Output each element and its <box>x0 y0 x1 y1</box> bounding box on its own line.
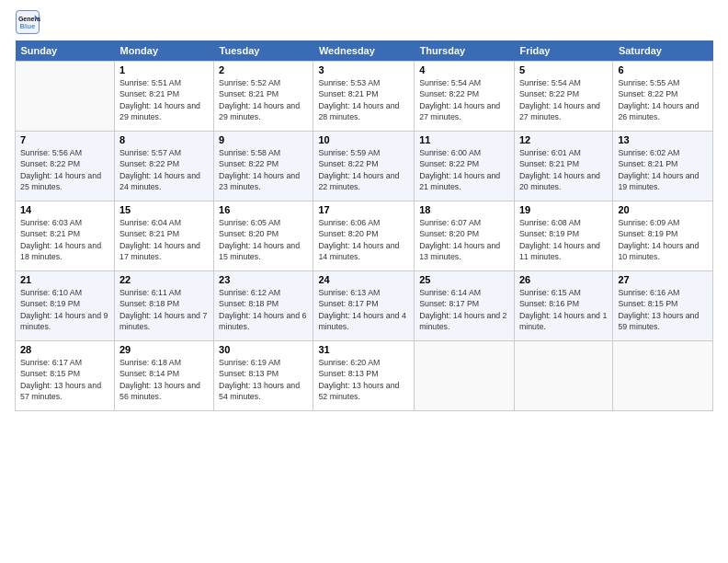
calendar-cell: 8Sunrise: 5:57 AMSunset: 8:22 PMDaylight… <box>114 132 213 201</box>
day-info: Sunrise: 6:15 AMSunset: 8:16 PMDaylight:… <box>519 287 608 332</box>
day-info: Sunrise: 6:04 AMSunset: 8:21 PMDaylight:… <box>119 217 209 262</box>
day-info: Sunrise: 6:08 AMSunset: 8:19 PMDaylight:… <box>519 217 608 262</box>
day-number: 10 <box>318 134 409 145</box>
calendar-week-row: 14Sunrise: 6:03 AMSunset: 8:21 PMDayligh… <box>16 201 713 271</box>
day-number: 22 <box>119 274 209 285</box>
day-number: 29 <box>119 344 209 355</box>
day-number: 19 <box>519 204 608 215</box>
calendar-cell: 15Sunrise: 6:04 AMSunset: 8:21 PMDayligh… <box>114 201 213 271</box>
calendar-cell <box>613 341 713 411</box>
day-info: Sunrise: 6:02 AMSunset: 8:21 PMDaylight:… <box>618 147 708 192</box>
calendar-cell: 10Sunrise: 5:59 AMSunset: 8:22 PMDayligh… <box>313 132 415 201</box>
calendar-cell <box>514 341 612 411</box>
day-info: Sunrise: 6:05 AMSunset: 8:20 PMDaylight:… <box>219 217 308 262</box>
day-number: 16 <box>219 204 308 215</box>
calendar-cell: 31Sunrise: 6:20 AMSunset: 8:13 PMDayligh… <box>313 341 415 411</box>
day-number: 26 <box>519 274 608 285</box>
calendar-cell: 7Sunrise: 5:56 AMSunset: 8:22 PMDaylight… <box>16 132 115 201</box>
day-info: Sunrise: 6:10 AMSunset: 8:19 PMDaylight:… <box>20 287 109 332</box>
day-info: Sunrise: 5:56 AMSunset: 8:22 PMDaylight:… <box>20 147 109 192</box>
day-number: 21 <box>20 274 109 285</box>
calendar-cell: 16Sunrise: 6:05 AMSunset: 8:20 PMDayligh… <box>214 201 313 271</box>
day-info: Sunrise: 6:12 AMSunset: 8:18 PMDaylight:… <box>219 287 308 332</box>
day-number: 8 <box>119 134 209 145</box>
day-info: Sunrise: 5:59 AMSunset: 8:22 PMDaylight:… <box>318 147 409 192</box>
weekday-header: Friday <box>514 40 612 62</box>
day-number: 24 <box>318 274 409 285</box>
day-info: Sunrise: 6:01 AMSunset: 8:21 PMDaylight:… <box>519 147 608 192</box>
calendar-cell: 14Sunrise: 6:03 AMSunset: 8:21 PMDayligh… <box>16 201 115 271</box>
calendar-cell: 22Sunrise: 6:11 AMSunset: 8:18 PMDayligh… <box>114 271 213 341</box>
calendar-body: 1Sunrise: 5:51 AMSunset: 8:21 PMDaylight… <box>16 62 713 411</box>
day-number: 9 <box>219 134 308 145</box>
calendar-week-row: 21Sunrise: 6:10 AMSunset: 8:19 PMDayligh… <box>16 271 713 341</box>
logo-icon: General Blue <box>15 9 40 35</box>
day-info: Sunrise: 6:18 AMSunset: 8:14 PMDaylight:… <box>119 357 209 402</box>
weekday-header: Tuesday <box>214 40 313 62</box>
day-number: 2 <box>219 64 308 75</box>
day-number: 18 <box>419 204 509 215</box>
day-info: Sunrise: 6:17 AMSunset: 8:15 PMDaylight:… <box>20 357 109 402</box>
calendar-header-row: SundayMondayTuesdayWednesdayThursdayFrid… <box>16 40 713 62</box>
day-info: Sunrise: 6:19 AMSunset: 8:13 PMDaylight:… <box>219 357 308 402</box>
header: General Blue <box>15 9 713 35</box>
day-number: 1 <box>119 64 209 75</box>
calendar-cell: 27Sunrise: 6:16 AMSunset: 8:15 PMDayligh… <box>613 271 713 341</box>
day-number: 3 <box>318 64 409 75</box>
day-info: Sunrise: 5:55 AMSunset: 8:22 PMDaylight:… <box>618 77 708 122</box>
calendar-week-row: 7Sunrise: 5:56 AMSunset: 8:22 PMDaylight… <box>16 132 713 201</box>
day-info: Sunrise: 6:14 AMSunset: 8:17 PMDaylight:… <box>419 287 509 332</box>
weekday-header: Saturday <box>613 40 713 62</box>
calendar-page: General Blue SundayMondayTuesdayWednesda… <box>0 0 728 563</box>
day-number: 28 <box>20 344 109 355</box>
day-info: Sunrise: 6:16 AMSunset: 8:15 PMDaylight:… <box>618 287 708 332</box>
day-number: 11 <box>419 134 509 145</box>
day-number: 6 <box>618 64 708 75</box>
day-number: 15 <box>119 204 209 215</box>
day-number: 27 <box>618 274 708 285</box>
calendar-cell: 17Sunrise: 6:06 AMSunset: 8:20 PMDayligh… <box>313 201 415 271</box>
calendar-cell: 20Sunrise: 6:09 AMSunset: 8:19 PMDayligh… <box>613 201 713 271</box>
day-number: 23 <box>219 274 308 285</box>
day-info: Sunrise: 6:09 AMSunset: 8:19 PMDaylight:… <box>618 217 708 262</box>
calendar-cell <box>415 341 515 411</box>
day-info: Sunrise: 5:54 AMSunset: 8:22 PMDaylight:… <box>519 77 608 122</box>
day-info: Sunrise: 6:07 AMSunset: 8:20 PMDaylight:… <box>419 217 509 262</box>
calendar-cell: 4Sunrise: 5:54 AMSunset: 8:22 PMDaylight… <box>415 62 515 132</box>
calendar-cell: 26Sunrise: 6:15 AMSunset: 8:16 PMDayligh… <box>514 271 612 341</box>
day-info: Sunrise: 6:13 AMSunset: 8:17 PMDaylight:… <box>318 287 409 332</box>
weekday-header: Thursday <box>415 40 515 62</box>
calendar-week-row: 1Sunrise: 5:51 AMSunset: 8:21 PMDaylight… <box>16 62 713 132</box>
day-info: Sunrise: 6:03 AMSunset: 8:21 PMDaylight:… <box>20 217 109 262</box>
calendar-cell: 30Sunrise: 6:19 AMSunset: 8:13 PMDayligh… <box>214 341 313 411</box>
calendar-cell: 28Sunrise: 6:17 AMSunset: 8:15 PMDayligh… <box>16 341 115 411</box>
calendar-cell: 1Sunrise: 5:51 AMSunset: 8:21 PMDaylight… <box>114 62 213 132</box>
logo: General Blue <box>15 9 44 35</box>
calendar-table: SundayMondayTuesdayWednesdayThursdayFrid… <box>15 40 713 411</box>
day-info: Sunrise: 6:11 AMSunset: 8:18 PMDaylight:… <box>119 287 209 332</box>
calendar-cell: 3Sunrise: 5:53 AMSunset: 8:21 PMDaylight… <box>313 62 415 132</box>
weekday-header: Monday <box>114 40 213 62</box>
calendar-cell: 12Sunrise: 6:01 AMSunset: 8:21 PMDayligh… <box>514 132 612 201</box>
day-number: 5 <box>519 64 608 75</box>
day-info: Sunrise: 5:53 AMSunset: 8:21 PMDaylight:… <box>318 77 409 122</box>
calendar-cell: 23Sunrise: 6:12 AMSunset: 8:18 PMDayligh… <box>214 271 313 341</box>
svg-text:Blue: Blue <box>19 22 36 30</box>
day-number: 17 <box>318 204 409 215</box>
day-number: 20 <box>618 204 708 215</box>
day-info: Sunrise: 6:20 AMSunset: 8:13 PMDaylight:… <box>318 357 409 402</box>
calendar-cell: 13Sunrise: 6:02 AMSunset: 8:21 PMDayligh… <box>613 132 713 201</box>
calendar-cell: 21Sunrise: 6:10 AMSunset: 8:19 PMDayligh… <box>16 271 115 341</box>
day-number: 7 <box>20 134 109 145</box>
calendar-week-row: 28Sunrise: 6:17 AMSunset: 8:15 PMDayligh… <box>16 341 713 411</box>
calendar-cell: 11Sunrise: 6:00 AMSunset: 8:22 PMDayligh… <box>415 132 515 201</box>
calendar-cell: 9Sunrise: 5:58 AMSunset: 8:22 PMDaylight… <box>214 132 313 201</box>
day-info: Sunrise: 5:52 AMSunset: 8:21 PMDaylight:… <box>219 77 308 122</box>
day-number: 25 <box>419 274 509 285</box>
day-number: 14 <box>20 204 109 215</box>
calendar-cell: 24Sunrise: 6:13 AMSunset: 8:17 PMDayligh… <box>313 271 415 341</box>
day-number: 30 <box>219 344 308 355</box>
day-number: 4 <box>419 64 509 75</box>
calendar-cell: 18Sunrise: 6:07 AMSunset: 8:20 PMDayligh… <box>415 201 515 271</box>
calendar-cell: 29Sunrise: 6:18 AMSunset: 8:14 PMDayligh… <box>114 341 213 411</box>
